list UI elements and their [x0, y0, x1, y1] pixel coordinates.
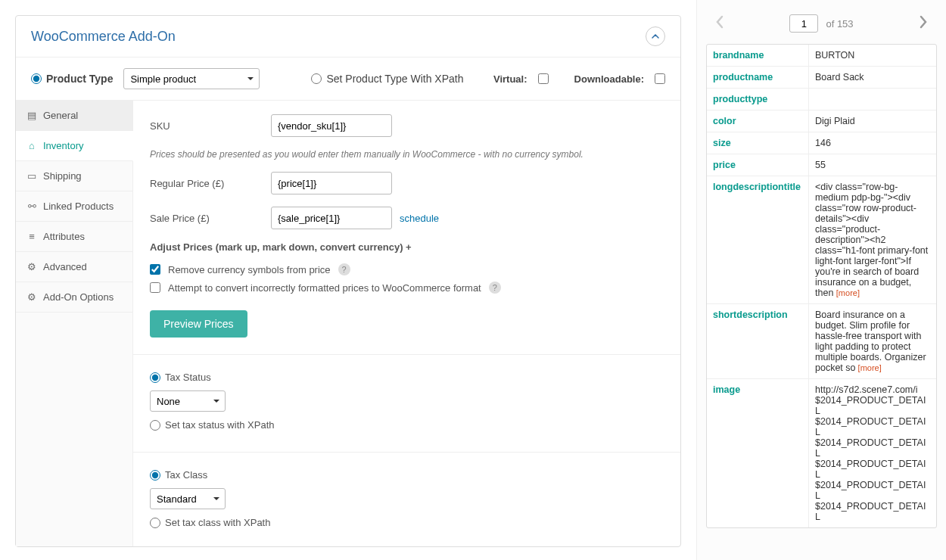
preview-data-table: brandnameBURTONproductnameBoard Sackprod…	[706, 44, 937, 528]
tax-class-xpath-radio-wrap[interactable]: Set tax class with XPath	[150, 517, 664, 528]
table-key: shortdescription	[707, 304, 809, 378]
tax-status-xpath-label: Set tax status with XPath	[165, 419, 275, 431]
table-row: imagehttp://s7d2.scene7.com/i $2014_PROD…	[707, 379, 936, 527]
table-key: price	[707, 154, 809, 176]
table-row: colorDigi Plaid	[707, 110, 936, 132]
table-row: shortdescriptionBoard insurance on a bud…	[707, 304, 936, 379]
wrench-icon: ▤	[26, 110, 37, 121]
table-value: 55	[809, 154, 936, 176]
inventory-icon: ⌂	[26, 140, 37, 151]
help-icon[interactable]: ?	[489, 282, 501, 294]
gear-icon: ⚙	[26, 291, 37, 303]
pager-next-button[interactable]	[913, 14, 934, 33]
link-icon: ⚯	[26, 201, 37, 212]
tab-attributes[interactable]: ≡Attributes	[16, 222, 132, 252]
product-type-radio-wrap[interactable]: Product Type	[31, 73, 113, 85]
tax-class-select[interactable]: Standard	[150, 488, 226, 509]
sale-price-label: Sale Price (£)	[150, 213, 263, 224]
tax-status-xpath-radio[interactable]	[150, 420, 160, 431]
pager-current-input[interactable]	[789, 14, 818, 33]
price-note: Prices should be presented as you would …	[150, 149, 664, 160]
table-value: BURTON	[809, 45, 936, 66]
regular-price-input[interactable]	[271, 172, 392, 194]
table-row: size146	[707, 132, 936, 154]
sale-price-input[interactable]	[271, 207, 392, 229]
tax-class-xpath-label: Set tax class with XPath	[165, 517, 270, 528]
tab-general[interactable]: ▤General	[16, 101, 132, 131]
product-type-select[interactable]: Simple product	[123, 68, 260, 89]
tab-linked-products[interactable]: ⚯Linked Products	[16, 191, 132, 222]
gear-icon: ⚙	[26, 261, 37, 272]
table-row: producttype	[707, 89, 936, 110]
tax-class-radio[interactable]	[150, 470, 160, 481]
help-icon[interactable]: ?	[338, 263, 350, 275]
table-key: color	[707, 110, 809, 132]
tab-advanced[interactable]: ⚙Advanced	[16, 252, 132, 282]
product-type-label: Product Type	[46, 73, 113, 85]
table-value: Board insurance on a budget. Slim profil…	[809, 304, 936, 378]
schedule-link[interactable]: schedule	[400, 213, 439, 224]
pager-prev-button[interactable]	[709, 14, 730, 33]
table-row: price55	[707, 154, 936, 176]
product-type-radio[interactable]	[31, 73, 42, 84]
downloadable-checkbox[interactable]	[655, 73, 665, 84]
tax-status-radio[interactable]	[150, 372, 160, 383]
table-value: 146	[809, 132, 936, 154]
table-key: size	[707, 132, 809, 154]
tab-inventory[interactable]: ⌂Inventory	[16, 131, 133, 161]
table-row: brandnameBURTON	[707, 45, 936, 67]
product-type-xpath-radio-wrap[interactable]: Set Product Type With XPath	[311, 73, 463, 85]
remove-currency-checkbox[interactable]	[150, 264, 160, 275]
convert-format-checkbox[interactable]	[150, 282, 160, 293]
chevron-right-icon	[919, 15, 928, 29]
convert-format-label: Attempt to convert incorrectly formatted…	[168, 282, 481, 294]
chevron-left-icon	[715, 15, 724, 29]
sku-label: SKU	[150, 120, 263, 132]
table-key: productname	[707, 67, 809, 88]
tax-class-label: Tax Class	[165, 469, 207, 481]
table-value: http://s7d2.scene7.com/i $2014_PRODUCT_D…	[809, 379, 936, 527]
table-key: image	[707, 379, 809, 527]
tax-class-radio-wrap[interactable]: Tax Class	[150, 469, 664, 481]
table-key: producttype	[707, 89, 809, 110]
product-type-xpath-label: Set Product Type With XPath	[326, 73, 463, 85]
tab-shipping[interactable]: ▭Shipping	[16, 161, 132, 191]
truck-icon: ▭	[26, 170, 37, 182]
chevron-up-icon	[652, 34, 659, 39]
remove-currency-label: Remove currency symbols from price	[168, 264, 331, 275]
list-icon: ≡	[26, 231, 37, 242]
virtual-checkbox[interactable]	[538, 73, 549, 84]
regular-price-label: Regular Price (£)	[150, 178, 263, 189]
tab-addon-options[interactable]: ⚙Add-On Options	[16, 282, 132, 313]
preview-prices-button[interactable]: Preview Prices	[150, 310, 247, 338]
more-link[interactable]: [more]	[836, 288, 860, 297]
pager-total-label: of 153	[826, 18, 853, 30]
table-value: Board Sack	[809, 67, 936, 88]
virtual-label: Virtual:	[493, 73, 527, 85]
downloadable-label: Downloadable:	[574, 73, 644, 85]
table-value	[809, 89, 936, 110]
tax-status-select[interactable]: None	[150, 390, 226, 412]
table-value: Digi Plaid	[809, 110, 936, 132]
adjust-prices-toggle[interactable]: Adjust Prices (mark up, mark down, conve…	[150, 241, 664, 253]
table-key: longdescriptiontitle	[707, 176, 809, 303]
tax-status-xpath-radio-wrap[interactable]: Set tax status with XPath	[150, 419, 664, 431]
tax-status-label: Tax Status	[165, 372, 211, 383]
sku-input[interactable]	[271, 114, 392, 137]
panel-title: WooCommerce Add-On	[31, 29, 176, 45]
collapse-panel-button[interactable]	[646, 26, 665, 46]
product-type-xpath-radio[interactable]	[311, 73, 322, 84]
table-key: brandname	[707, 45, 809, 66]
tax-status-radio-wrap[interactable]: Tax Status	[150, 372, 664, 383]
table-value: <div class="row-bg-medium pdp-bg-"><div …	[809, 176, 936, 303]
tax-class-xpath-radio[interactable]	[150, 518, 160, 528]
table-row: longdescriptiontitle<div class="row-bg-m…	[707, 176, 936, 304]
more-link[interactable]: [more]	[856, 363, 882, 372]
table-row: productnameBoard Sack	[707, 67, 936, 89]
